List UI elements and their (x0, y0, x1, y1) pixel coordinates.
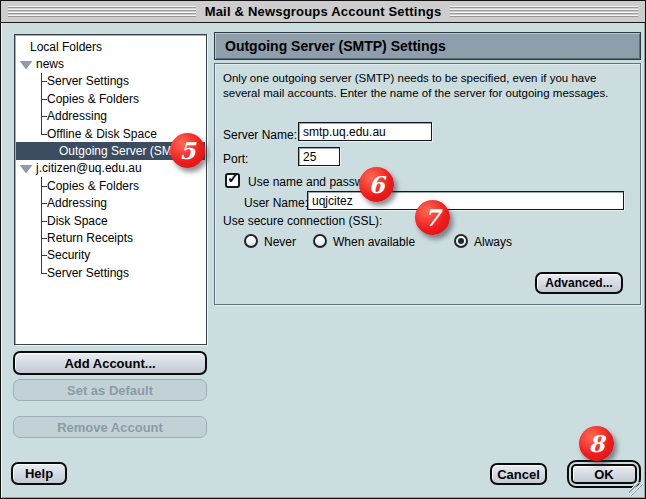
tree-item-addressing[interactable]: Addressing (16, 195, 205, 212)
server-name-input[interactable] (298, 122, 432, 141)
ssl-when-available-radio[interactable] (313, 234, 327, 248)
panel-description: Only one outgoing server (SMTP) needs to… (223, 71, 631, 100)
port-label: Port: (223, 152, 248, 166)
collapse-triangle-icon[interactable] (20, 165, 32, 173)
step-badge-5: 5 (170, 133, 205, 168)
resize-grip[interactable] (629, 482, 643, 496)
tree-item-server-settings[interactable]: Server Settings (16, 73, 205, 90)
tree-item-security[interactable]: Security (16, 247, 205, 264)
tree-item-label: Security (47, 248, 90, 262)
user-name-input[interactable] (307, 191, 624, 210)
tree-item-server-settings[interactable]: Server Settings (16, 264, 205, 281)
help-button[interactable]: Help (11, 462, 67, 485)
tree-item-disk-space[interactable]: Disk Space (16, 212, 205, 229)
cancel-button[interactable]: Cancel (490, 463, 547, 485)
tree-item-label: Server Settings (47, 266, 129, 280)
step-badge-6: 6 (359, 167, 394, 202)
tree-item-label: j.citizen@uq.edu.au (36, 161, 142, 175)
radio-dot (458, 238, 464, 244)
ssl-label: Use secure connection (SSL): (223, 214, 382, 228)
advanced-button[interactable]: Advanced... (535, 272, 623, 294)
tree-item-label: news (36, 57, 64, 71)
tree-item-label: Return Receipts (47, 231, 133, 245)
collapse-triangle-icon[interactable] (20, 61, 32, 69)
tree-item-label: Local Folders (30, 40, 102, 54)
tree-item-label: Copies & Folders (47, 179, 139, 193)
tree-item-label: Addressing (47, 196, 107, 210)
checkmark-icon: ✓ (227, 169, 240, 187)
step-badge-8: 8 (579, 426, 614, 461)
set-as-default-button[interactable]: Set as Default (13, 379, 207, 401)
account-tree: Local FoldersnewsServer SettingsCopies &… (14, 34, 207, 345)
window-title: Mail & Newsgroups Account Settings (196, 4, 451, 19)
tree-item-local-folders[interactable]: Local Folders (16, 38, 205, 55)
tree-item-copies-folders[interactable]: Copies & Folders (16, 177, 205, 194)
tree-item-label: Server Settings (47, 74, 129, 88)
ssl-never-radio[interactable] (244, 234, 258, 248)
ssl-always-label: Always (474, 235, 512, 249)
tree-item-label: Disk Space (47, 214, 108, 228)
account-settings-dialog: Mail & Newsgroups Account Settings Local… (0, 0, 646, 499)
ssl-when-available-label: When available (333, 235, 415, 249)
step-badge-7: 7 (415, 200, 450, 235)
use-name-password-checkbox[interactable]: ✓ (225, 173, 240, 188)
ssl-never-label: Never (264, 235, 296, 249)
tree-item-copies-folders[interactable]: Copies & Folders (16, 90, 205, 107)
add-account-button[interactable]: Add Account... (13, 351, 207, 375)
panel-header: Outgoing Server (SMTP) Settings (214, 32, 641, 60)
server-name-label: Server Name: (223, 128, 297, 142)
port-input[interactable] (298, 147, 340, 166)
tree-item-label: Copies & Folders (47, 92, 139, 106)
tree-item-label: Addressing (47, 109, 107, 123)
tree-item-label: Offline & Disk Space (47, 127, 157, 141)
tree-item-news[interactable]: news (16, 55, 205, 72)
remove-account-button[interactable]: Remove Account (13, 416, 207, 438)
ok-button[interactable]: OK (571, 464, 637, 484)
tree-item-addressing[interactable]: Addressing (16, 108, 205, 125)
panel-header-title: Outgoing Server (SMTP) Settings (225, 38, 446, 54)
tree-item-return-receipts[interactable]: Return Receipts (16, 229, 205, 246)
ssl-always-radio[interactable] (454, 234, 468, 248)
window-title-bar[interactable]: Mail & Newsgroups Account Settings (1, 1, 645, 23)
user-name-label: User Name: (244, 196, 308, 210)
